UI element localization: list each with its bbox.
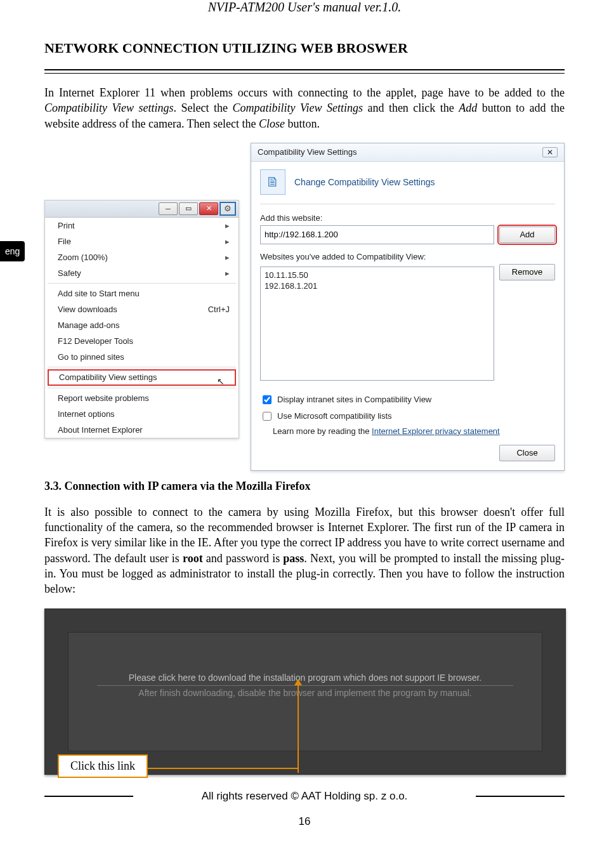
menu-item-zoom[interactable]: Zoom (100%)▸: [45, 249, 239, 265]
websites-list-label: Websites you've added to Compatibility V…: [260, 252, 555, 261]
cursor-icon: ↖: [217, 376, 225, 386]
footer-rule: [44, 796, 133, 797]
submenu-arrow-icon: ▸: [225, 268, 230, 278]
label: File: [58, 237, 71, 246]
text-bold: root: [183, 552, 203, 565]
menu-separator: [48, 367, 236, 367]
remove-button[interactable]: Remove: [499, 264, 555, 280]
compat-view-dialog: Compatibility View Settings ✕ 🗎 Change C…: [251, 143, 565, 471]
close-button[interactable]: ✕: [199, 202, 218, 215]
dialog-banner: Change Compatibility View Settings: [294, 177, 435, 187]
window-titlebar: ─ ▭ ✕ ⚙: [45, 201, 239, 218]
text: and then click the: [363, 102, 459, 114]
footer-copyright: All rights reserved © AAT Holding sp. z …: [202, 790, 408, 803]
text-italic: Compatibility View Settings: [232, 102, 363, 114]
label: Report website problems: [58, 393, 149, 403]
intro-paragraph: In Internet Explorer 11 when problems oc…: [44, 85, 565, 131]
compat-icon: 🗎: [260, 169, 285, 195]
callout-line: [147, 768, 299, 769]
callout-label: Click this link: [58, 754, 148, 778]
instruction-text: After finish downloading, disable the br…: [45, 688, 565, 698]
ms-lists-checkbox[interactable]: [263, 412, 272, 421]
menu-item-manage-addons[interactable]: Manage add-ons: [45, 317, 239, 333]
menu-item-report[interactable]: Report website problems: [45, 390, 239, 406]
menu-item-safety[interactable]: Safety▸: [45, 265, 239, 281]
divider: [260, 204, 555, 204]
privacy-link[interactable]: Internet Explorer privacy statement: [372, 426, 500, 436]
add-website-input[interactable]: [260, 225, 494, 244]
label: F12 Developer Tools: [58, 336, 133, 346]
menu-item-about[interactable]: About Internet Explorer: [45, 422, 239, 438]
language-tab: eng: [0, 241, 25, 261]
label: Manage add-ons: [58, 320, 120, 330]
firefox-paragraph: It is also possible to connect to the ca…: [44, 504, 565, 597]
text-italic: Add: [459, 102, 477, 114]
page-number: 16: [44, 815, 565, 828]
divider: [44, 69, 565, 74]
menu-item-compat-settings[interactable]: Compatibility View settings ↖: [48, 369, 236, 386]
add-website-label: Add this website:: [260, 213, 555, 223]
text-italic: Compatibility View settings: [44, 102, 174, 114]
text-bold: pass: [283, 552, 304, 565]
menu-item-add-start[interactable]: Add site to Start menu: [45, 286, 239, 301]
label: Add site to Start menu: [58, 289, 140, 298]
list-item[interactable]: 10.11.15.50: [265, 270, 490, 280]
ie-tools-menu: ─ ▭ ✕ ⚙ Print▸ File▸ Zoom (100%)▸ Safety…: [44, 200, 239, 438]
learn-more-text: Learn more by reading the: [273, 426, 372, 436]
text-italic: Close: [259, 117, 285, 130]
text: . Select the: [174, 102, 233, 114]
section-heading: NETWORK CONNECTION UTILIZING WEB BROSWER: [44, 40, 565, 56]
websites-listbox[interactable]: 10.11.15.50 192.168.1.201: [260, 266, 494, 381]
shortcut: Ctrl+J: [208, 305, 230, 314]
add-button[interactable]: Add: [499, 227, 555, 243]
text: In Internet Explorer 11 when problems oc…: [44, 86, 565, 99]
menu-item-view-downloads[interactable]: View downloadsCtrl+J: [45, 301, 239, 317]
label: Print: [58, 221, 75, 230]
label: Compatibility View settings: [59, 372, 157, 382]
label: About Internet Explorer: [58, 425, 143, 435]
subsection-heading: 3.3. Connection with IP camera via the M…: [44, 480, 565, 493]
menu-separator: [48, 283, 236, 284]
label: View downloads: [58, 305, 117, 314]
menu-item-print[interactable]: Print▸: [45, 218, 239, 233]
label: Go to pinned sites: [58, 352, 124, 362]
download-link-text[interactable]: Please click here to download the instal…: [97, 673, 513, 686]
text: button.: [285, 117, 320, 130]
menu-item-internet-options[interactable]: Internet options: [45, 406, 239, 422]
doc-header: NVIP-ATM200 User's manual ver.1.0.: [44, 0, 565, 15]
menu-item-f12[interactable]: F12 Developer Tools: [45, 333, 239, 349]
list-item[interactable]: 192.168.1.201: [265, 280, 490, 291]
text: and password is: [203, 552, 284, 565]
submenu-arrow-icon: ▸: [225, 221, 230, 230]
menu-separator: [48, 388, 236, 388]
menu-item-file[interactable]: File▸: [45, 233, 239, 249]
maximize-button[interactable]: ▭: [179, 202, 198, 215]
close-button[interactable]: Close: [499, 445, 555, 461]
label: Internet options: [58, 409, 115, 419]
label: Safety: [58, 268, 81, 278]
intranet-checkbox[interactable]: [263, 395, 272, 404]
gear-icon[interactable]: ⚙: [219, 202, 236, 216]
dialog-title: Compatibility View Settings: [258, 147, 357, 157]
checkbox-label: Use Microsoft compatibility lists: [277, 411, 392, 421]
callout-line: [298, 684, 299, 773]
menu-item-pinned[interactable]: Go to pinned sites: [45, 349, 239, 365]
submenu-arrow-icon: ▸: [225, 237, 230, 246]
checkbox-label: Display intranet sites in Compatibility …: [277, 395, 431, 404]
firefox-plugin-screenshot: Please click here to download the instal…: [44, 608, 566, 775]
label: Zoom (100%): [58, 253, 108, 262]
close-icon[interactable]: ✕: [542, 147, 558, 157]
footer-rule: [476, 796, 565, 797]
submenu-arrow-icon: ▸: [225, 253, 230, 262]
minimize-button[interactable]: ─: [159, 202, 178, 215]
